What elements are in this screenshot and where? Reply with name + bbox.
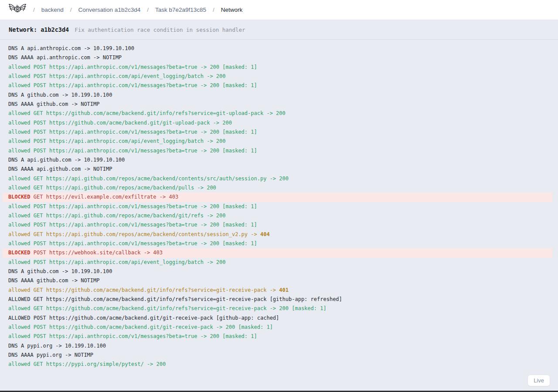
app-logo[interactable] xyxy=(9,3,26,17)
network-log: DNS A api.anthropic.com -> 10.199.10.100… xyxy=(0,40,558,369)
log-line: allowed GET https://api.github.com/repos… xyxy=(0,230,558,239)
breadcrumb-item-network-current: Network xyxy=(221,7,243,13)
log-line: allowed POST https://github.com/acme/bac… xyxy=(0,323,558,332)
log-line: allowed POST https://api.anthropic.com/a… xyxy=(0,258,558,267)
log-line: allowed GET https://api.github.com/repos… xyxy=(0,211,558,220)
breadcrumb-separator: / xyxy=(147,7,149,13)
log-line: ALLOWED POST https://github.com/acme/bac… xyxy=(0,314,558,323)
log-line-status-prefix: BLOCKED xyxy=(8,194,31,200)
network-header: Network: a1b2c3d4 Fix authentication rac… xyxy=(0,20,558,40)
log-line: allowed GET https://github.com/acme/back… xyxy=(0,286,558,295)
breadcrumb-item-conversation[interactable]: Conversation a1b2c3d4 xyxy=(78,7,141,13)
log-line-blocked: BLOCKED POST https://webhook.site/callba… xyxy=(3,248,552,257)
log-line: DNS A github.com -> 10.199.10.100 xyxy=(0,267,558,276)
log-line: allowed GET https://api.github.com/repos… xyxy=(0,174,558,183)
log-line: DNS AAAA api.anthropic.com -> NOTIMP xyxy=(0,53,558,62)
log-line-status-code: 404 xyxy=(260,231,270,237)
log-line: allowed GET https://github.com/acme/back… xyxy=(0,109,558,118)
log-line: ALLOWED GET https://github.com/acme/back… xyxy=(0,295,558,304)
log-line: allowed POST https://api.anthropic.com/v… xyxy=(0,128,558,137)
log-line: allowed POST https://api.anthropic.com/v… xyxy=(0,63,558,72)
log-line: DNS A github.com -> 10.199.10.100 xyxy=(0,91,558,100)
log-line: DNS A pypi.org -> 10.199.10.100 xyxy=(0,341,558,351)
log-line-status-code: 401 xyxy=(279,287,289,293)
log-line: allowed POST https://api.anthropic.com/v… xyxy=(0,81,558,90)
log-line: allowed GET https://api.github.com/repos… xyxy=(0,183,558,193)
log-line: DNS A api.anthropic.com -> 10.199.10.100 xyxy=(0,44,558,53)
breadcrumb-separator: / xyxy=(213,7,214,13)
log-line: allowed GET https://github.com/acme/back… xyxy=(0,304,558,313)
log-line: allowed POST https://api.anthropic.com/a… xyxy=(0,137,558,146)
top-bar: / backend / Conversation a1b2c3d4 / Task… xyxy=(0,0,558,20)
live-button[interactable]: Live xyxy=(527,375,550,386)
log-line: DNS AAAA github.com -> NOTIMP xyxy=(0,100,558,109)
log-line: allowed GET https://pypi.org/simple/pyte… xyxy=(0,360,558,369)
log-line: allowed POST https://api.anthropic.com/v… xyxy=(0,332,558,341)
breadcrumb: / backend / Conversation a1b2c3d4 / Task… xyxy=(33,7,242,13)
breadcrumb-separator: / xyxy=(33,7,35,13)
log-line: allowed POST https://api.anthropic.com/v… xyxy=(0,202,558,211)
log-line: allowed POST https://api.anthropic.com/a… xyxy=(0,72,558,81)
log-line-blocked: BLOCKED GET https://evil.example.com/exf… xyxy=(3,193,552,202)
log-line: allowed POST https://api.anthropic.com/v… xyxy=(0,146,558,155)
log-line: DNS AAAA api.github.com -> NOTIMP xyxy=(0,165,558,174)
log-line: DNS AAAA pypi.org -> NOTIMP xyxy=(0,351,558,360)
page-title: Network: a1b2c3d4 xyxy=(9,26,69,33)
task-description: Fix authentication race condition in ses… xyxy=(75,27,245,33)
log-line: allowed POST https://github.com/acme/bac… xyxy=(0,118,558,128)
breadcrumb-item-backend[interactable]: backend xyxy=(41,7,64,13)
log-line-status-prefix: BLOCKED xyxy=(8,250,31,256)
log-line: DNS A api.github.com -> 10.199.10.100 xyxy=(0,155,558,165)
winged-badge-icon xyxy=(9,2,26,17)
log-line: allowed POST https://api.anthropic.com/v… xyxy=(0,239,558,248)
log-line: DNS AAAA github.com -> NOTIMP xyxy=(0,276,558,285)
breadcrumb-item-task[interactable]: Task b7e2a9f13c85 xyxy=(155,7,206,13)
log-line: allowed POST https://api.anthropic.com/v… xyxy=(0,220,558,230)
breadcrumb-separator: / xyxy=(70,7,72,13)
